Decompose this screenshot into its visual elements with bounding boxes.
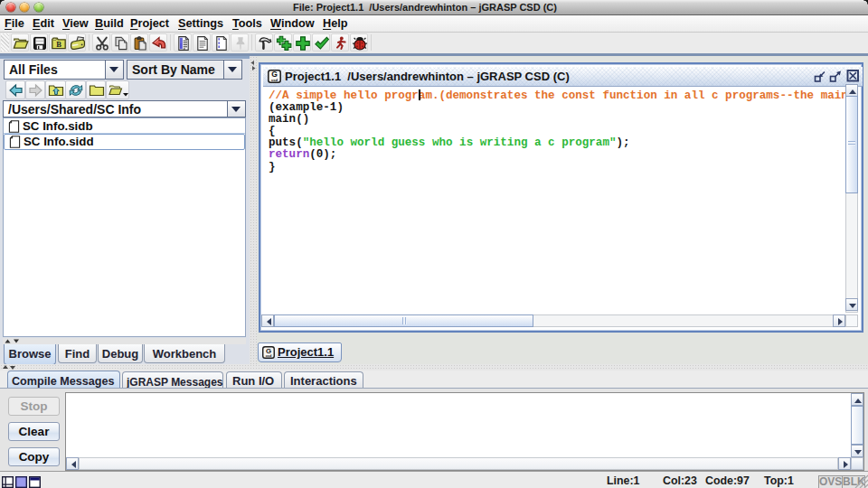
svg-text:csd: csd bbox=[271, 78, 278, 82]
svg-text:B: B bbox=[56, 40, 61, 49]
svg-text:csd: csd bbox=[266, 353, 272, 358]
